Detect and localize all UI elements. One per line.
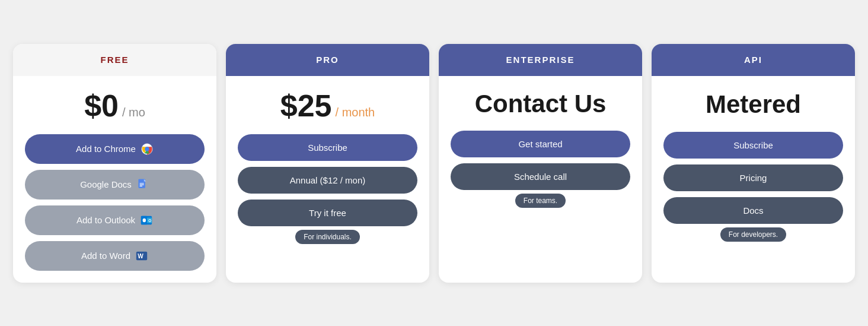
pro-plan-body: $25 / month Subscribe Annual ($12 / mon)… [226,76,429,283]
enterprise-schedule-call-button[interactable]: Schedule call [451,163,630,190]
pro-try-free-button[interactable]: Try it free [238,200,417,226]
svg-text:O: O [148,218,151,222]
google-docs-label: Google Docs [80,179,132,189]
svg-rect-7 [139,185,142,186]
free-plan-header: FREE [13,44,216,76]
add-to-outlook-label: Add to Outlook [76,215,135,225]
pro-price-period: / month [336,106,375,119]
pro-try-free-label: Try it free [309,208,346,218]
svg-point-2 [145,147,149,151]
free-price-period: / mo [122,106,145,119]
free-plan-price: $0 / mo [84,90,145,121]
api-docs-button[interactable]: Docs [663,197,843,224]
free-plan-card: FREE $0 / mo Add to Chrome [13,44,216,283]
add-to-outlook-button[interactable]: Add to Outlook O [25,205,205,235]
enterprise-schedule-call-label: Schedule call [514,172,567,182]
api-plan-body: Metered Subscribe Pricing Docs For devel… [652,76,855,283]
enterprise-get-started-button[interactable]: Get started [451,131,630,157]
enterprise-price-label: Contact Us [475,90,607,118]
svg-rect-6 [139,184,143,185]
free-price-amount: $0 [84,90,119,121]
enterprise-plan-price: Contact Us [475,90,607,118]
pro-subscribe-label: Subscribe [308,143,347,153]
add-to-word-label: Add to Word [81,251,130,261]
pro-annual-label: Annual ($12 / mon) [290,175,366,185]
svg-rect-5 [139,183,143,183]
api-plan-price: Metered [706,90,801,119]
pro-plan-header: PRO [226,44,429,76]
free-plan-title: FREE [100,55,129,65]
api-subscribe-label: Subscribe [733,140,773,150]
pro-subscribe-button[interactable]: Subscribe [238,134,417,161]
add-to-word-button[interactable]: Add to Word W [25,241,205,271]
pro-price-amount: $25 [280,90,332,121]
enterprise-plan-title: ENTERPRISE [506,55,575,65]
pro-plan-title: PRO [316,55,339,65]
word-icon: W [135,249,148,262]
api-tag: For developers. [720,227,786,242]
add-to-chrome-button[interactable]: Add to Chrome [25,134,205,164]
svg-point-10 [143,218,146,221]
google-docs-button[interactable]: Google Docs [25,170,205,200]
chrome-icon [141,143,154,156]
api-plan-card: API Metered Subscribe Pricing Docs For d… [652,44,855,283]
outlook-icon: O [140,214,153,227]
pro-tag: For individuals. [295,230,360,244]
enterprise-plan-card: ENTERPRISE Contact Us Get started Schedu… [439,44,642,283]
api-price-label: Metered [706,90,801,118]
svg-text:W: W [138,252,143,259]
pro-annual-button[interactable]: Annual ($12 / mon) [238,167,417,194]
api-docs-label: Docs [743,205,763,216]
api-pricing-label: Pricing [740,173,767,183]
enterprise-plan-header: ENTERPRISE [439,44,642,76]
api-subscribe-button[interactable]: Subscribe [663,132,843,159]
api-plan-header: API [652,44,855,76]
enterprise-get-started-label: Get started [518,139,562,149]
add-to-chrome-label: Add to Chrome [76,144,136,154]
enterprise-tag: For teams. [515,194,566,208]
api-pricing-button[interactable]: Pricing [663,164,843,191]
pricing-grid: FREE $0 / mo Add to Chrome [13,44,855,283]
pro-plan-card: PRO $25 / month Subscribe Annual ($12 / … [226,44,429,283]
enterprise-plan-body: Contact Us Get started Schedule call For… [439,76,642,283]
api-plan-title: API [744,55,762,65]
free-plan-body: $0 / mo Add to Chrome Google Docs [13,76,216,283]
google-docs-icon [136,178,149,191]
pro-plan-price: $25 / month [280,90,375,121]
